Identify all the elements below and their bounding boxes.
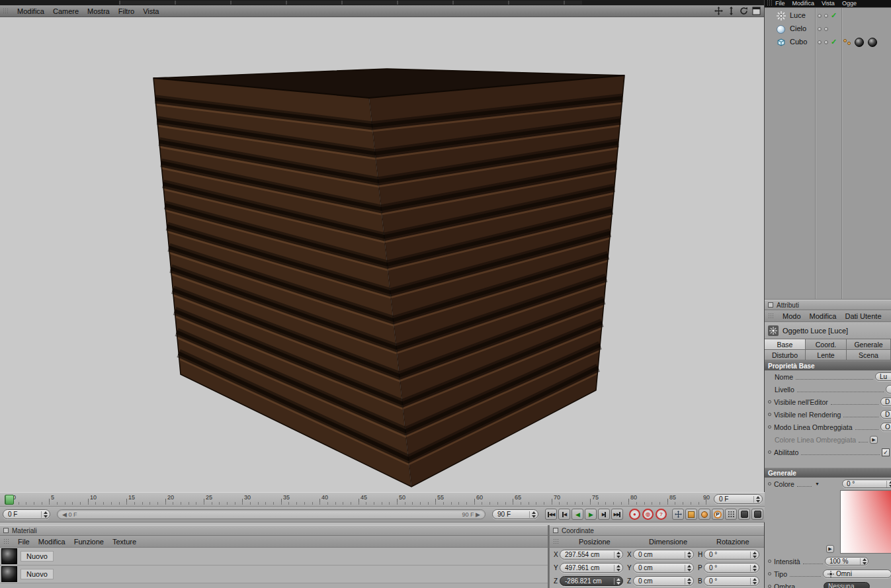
drag-handle-icon[interactable]: [3, 8, 9, 14]
drag-handle-icon[interactable]: [3, 538, 9, 544]
stepper-icon[interactable]: [750, 578, 757, 585]
tab-disturbo[interactable]: Disturbo: [765, 349, 806, 360]
frame-dropdown[interactable]: 0 F: [3, 509, 50, 519]
goto-end-button[interactable]: ▶▶: [611, 509, 623, 520]
menu-camere[interactable]: Camere: [53, 7, 79, 15]
stepper-icon[interactable]: [750, 552, 757, 558]
menu-vista[interactable]: Vista: [822, 0, 835, 7]
param-dot-icon[interactable]: [768, 560, 771, 563]
material-item[interactable]: Nuovo: [0, 566, 548, 583]
end-frame-field[interactable]: 90 F: [492, 509, 538, 519]
size-z-field[interactable]: 0 cm: [633, 576, 694, 586]
stepper-icon[interactable]: [886, 481, 891, 487]
zoom-icon[interactable]: [727, 7, 736, 15]
stepper-icon[interactable]: [41, 511, 48, 518]
material-item[interactable]: Nuovo: [0, 548, 548, 566]
hue-field[interactable]: 0 °: [842, 480, 891, 488]
material-tag-icon[interactable]: [868, 38, 877, 47]
material-preview-sphere[interactable]: [1, 566, 17, 582]
menu-funzione[interactable]: Funzione: [74, 538, 104, 546]
material-tag-icon[interactable]: [855, 38, 864, 47]
phong-tag-icon[interactable]: [843, 39, 847, 42]
livello-field[interactable]: [886, 385, 891, 394]
color-picker-gradient[interactable]: [840, 490, 891, 554]
tab-scena[interactable]: Scena: [846, 349, 891, 360]
object-label[interactable]: Luce: [790, 11, 806, 19]
frame-range-slider[interactable]: ◀ 0 F 90 F ▶: [57, 509, 486, 519]
visibility-dot-icon[interactable]: [824, 27, 828, 31]
previous-frame-button[interactable]: ◀: [558, 509, 570, 520]
stepper-icon[interactable]: [750, 565, 757, 571]
rotate-icon[interactable]: [740, 7, 748, 15]
param-dot-icon[interactable]: [768, 400, 771, 403]
visibile-rendering-dropdown[interactable]: D: [880, 410, 891, 419]
stepper-icon[interactable]: [685, 565, 691, 571]
param-dot-icon[interactable]: [768, 450, 771, 454]
record-options-button[interactable]: ?: [656, 509, 667, 520]
object-label[interactable]: Cubo: [790, 38, 807, 46]
size-y-field[interactable]: 0 cm: [633, 563, 694, 573]
tab-generale[interactable]: Generale: [846, 339, 891, 350]
param-dot-icon[interactable]: [768, 413, 771, 416]
drag-handle-icon[interactable]: [767, 0, 773, 6]
pan-icon[interactable]: [714, 7, 723, 15]
menu-oggetti[interactable]: Ogge: [842, 0, 857, 7]
current-frame-field[interactable]: 0 F: [714, 494, 763, 504]
stepper-icon[interactable]: [753, 496, 760, 503]
abilitato-checkbox[interactable]: ✓: [882, 448, 890, 456]
position-y-field[interactable]: 497.961 cm: [560, 563, 623, 573]
drag-handle-icon[interactable]: [553, 538, 559, 544]
param-dot-icon[interactable]: [768, 482, 771, 485]
param-dot-icon[interactable]: [768, 425, 771, 429]
key-pla-button[interactable]: [725, 509, 737, 520]
menu-vista[interactable]: Vista: [143, 7, 159, 15]
enabled-check-icon[interactable]: ✓: [831, 11, 837, 20]
play-forward-button[interactable]: ▶: [585, 509, 597, 520]
material-preview-sphere[interactable]: [1, 548, 17, 564]
menu-file[interactable]: File: [18, 538, 30, 546]
position-z-field[interactable]: -286.821 cm: [560, 576, 623, 586]
object-item-cielo[interactable]: Cielo: [765, 22, 891, 36]
picker-expand-button[interactable]: ▶: [826, 545, 834, 553]
visibility-dot-icon[interactable]: [824, 14, 828, 18]
position-x-field[interactable]: 297.554 cm: [560, 550, 623, 560]
menu-modifica[interactable]: Modifica: [792, 0, 815, 7]
param-dot-icon[interactable]: [768, 572, 771, 575]
object-item-cubo[interactable]: Cubo ✓: [765, 36, 891, 49]
tipo-dropdown[interactable]: Omni: [823, 569, 891, 578]
menu-modo[interactable]: Modo: [783, 312, 801, 320]
material-name[interactable]: Nuovo: [21, 569, 54, 579]
range-start[interactable]: ◀ 0 F: [62, 511, 77, 518]
material-name[interactable]: Nuovo: [21, 551, 54, 562]
timeline-ruler[interactable]: 0 5 10 15 20 25 30 35 40 45 50 55 60 65 …: [0, 492, 765, 507]
3d-viewport[interactable]: [0, 17, 765, 492]
next-frame-button[interactable]: ▶: [598, 509, 610, 520]
size-x-field[interactable]: 0 cm: [633, 550, 694, 560]
visibility-dot-icon[interactable]: [818, 14, 822, 18]
snap-button[interactable]: [738, 509, 750, 520]
object-item-luce[interactable]: Luce ✓: [765, 9, 891, 22]
menu-file[interactable]: File: [775, 0, 785, 7]
autokey-button[interactable]: ◎: [642, 509, 654, 520]
menu-texture[interactable]: Texture: [112, 538, 136, 546]
textured-cube[interactable]: [0, 17, 765, 492]
record-keyframe-button[interactable]: ●: [629, 509, 640, 520]
drag-handle-icon[interactable]: [768, 313, 774, 319]
menu-dati-utente[interactable]: Dati Utente: [845, 312, 882, 320]
key-position-button[interactable]: [672, 509, 684, 520]
stepper-icon[interactable]: [614, 552, 620, 558]
play-backward-button[interactable]: ◀: [572, 509, 583, 520]
intensita-field[interactable]: 100 %: [825, 557, 869, 566]
goto-start-button[interactable]: ◀◀: [545, 509, 557, 520]
stepper-icon[interactable]: [685, 578, 691, 585]
stepper-icon[interactable]: [614, 578, 620, 585]
enabled-check-icon[interactable]: ✓: [831, 38, 837, 46]
menu-modifica[interactable]: Modifica: [17, 7, 44, 15]
modo-linea-dropdown[interactable]: O: [880, 423, 891, 431]
stepper-icon[interactable]: [685, 552, 691, 558]
expand-arrow-button[interactable]: ▶: [870, 436, 878, 444]
menu-mostra[interactable]: Mostra: [87, 7, 110, 15]
playhead[interactable]: [5, 495, 14, 505]
visibility-dot-icon[interactable]: [824, 40, 828, 44]
visibility-dot-icon[interactable]: [818, 40, 822, 44]
